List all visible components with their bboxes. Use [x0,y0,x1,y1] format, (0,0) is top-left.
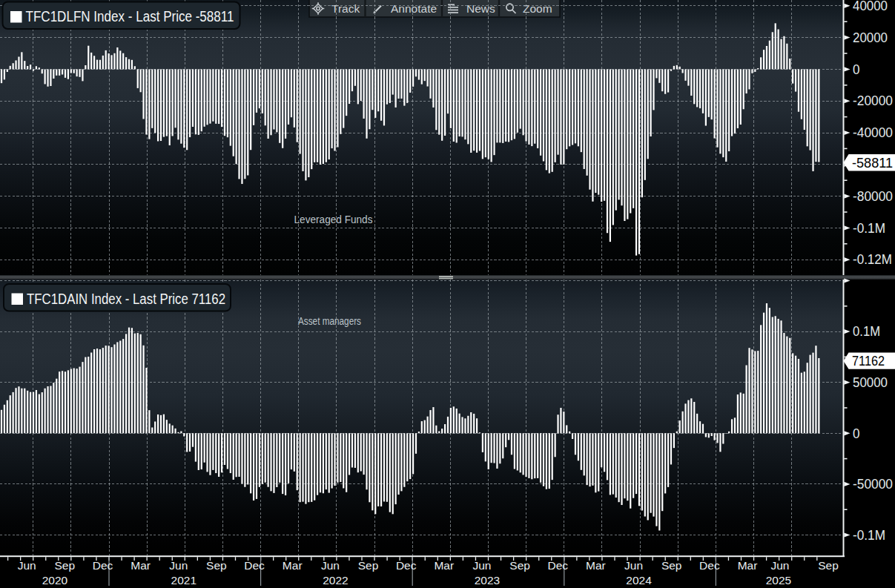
svg-text:2021: 2021 [171,574,196,587]
svg-text:-50000: -50000 [853,477,893,492]
svg-text:TFC1DLFN Index - Last Price -5: TFC1DLFN Index - Last Price -58811 [26,8,234,24]
svg-text:-40000: -40000 [853,125,893,140]
svg-text:Zoom: Zoom [523,2,552,15]
svg-text:Dec: Dec [396,559,417,572]
svg-text:-20000: -20000 [853,93,893,108]
svg-text:Jun: Jun [473,559,492,572]
svg-text:40000: 40000 [853,0,888,13]
svg-text:Dec: Dec [699,559,720,572]
svg-text:Sep: Sep [661,559,682,572]
svg-text:Asset managers: Asset managers [298,315,361,327]
svg-text:Jun: Jun [321,559,340,572]
svg-text:Dec: Dec [93,559,113,572]
svg-text:Jun: Jun [18,559,36,572]
svg-text:71162: 71162 [852,354,885,369]
svg-text:2020: 2020 [42,574,68,587]
svg-text:Mar: Mar [434,559,454,572]
svg-text:Jun: Jun [169,559,188,572]
svg-text:-0.12M: -0.12M [853,252,892,267]
svg-text:Dec: Dec [244,559,265,572]
svg-text:0: 0 [853,426,860,441]
svg-text:Mar: Mar [131,559,151,572]
svg-text:50000: 50000 [853,375,888,390]
svg-text:Sep: Sep [509,559,530,572]
svg-text:Mar: Mar [586,559,606,572]
svg-text:Dec: Dec [548,559,569,572]
svg-text:Sep: Sep [358,559,379,572]
svg-text:Sep: Sep [818,559,839,572]
svg-text:0: 0 [853,62,860,77]
svg-text:Jun: Jun [624,559,643,572]
svg-text:TFC1DAIN Index - Last Price 71: TFC1DAIN Index - Last Price 71162 [27,291,225,307]
svg-text:News: News [466,2,495,15]
svg-text:-80000: -80000 [853,189,893,204]
svg-text:2022: 2022 [323,574,348,587]
svg-text:-0.1M: -0.1M [853,528,885,543]
svg-text:Leveraged Funds: Leveraged Funds [294,214,373,225]
svg-text:-58811: -58811 [852,156,893,171]
svg-text:2025: 2025 [766,574,791,587]
svg-text:2024: 2024 [626,574,652,587]
svg-text:Sep: Sep [55,559,76,572]
svg-text:20000: 20000 [853,30,888,45]
svg-text:Track: Track [331,2,360,15]
svg-text:Mar: Mar [738,559,758,572]
svg-text:-0.1M: -0.1M [853,221,885,236]
svg-text:0.1M: 0.1M [853,324,880,339]
svg-text:Jun: Jun [771,559,790,572]
svg-text:Annotate: Annotate [391,2,437,15]
svg-text:Sep: Sep [206,559,227,572]
svg-text:2023: 2023 [475,574,500,587]
svg-text:Mar: Mar [283,559,303,572]
